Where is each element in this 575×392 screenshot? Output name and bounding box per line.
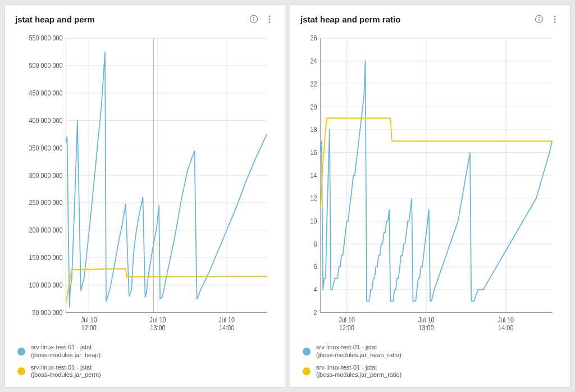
svg-text:Jul 10: Jul 10 bbox=[218, 316, 235, 323]
legend-swatch bbox=[303, 367, 311, 375]
svg-point-5 bbox=[269, 21, 271, 23]
svg-point-45 bbox=[554, 21, 556, 23]
panel-heap-perm: jstat heap and perm 50 000 000100 000 00… bbox=[4, 4, 285, 388]
panel-header: jstat heap and perm ratio bbox=[300, 14, 560, 24]
svg-text:150 000 000: 150 000 000 bbox=[29, 254, 62, 262]
more-icon[interactable] bbox=[264, 14, 275, 24]
legend-swatch bbox=[17, 348, 25, 355]
legend-swatch bbox=[303, 348, 311, 355]
svg-text:10: 10 bbox=[310, 218, 317, 225]
legend-item-heap-ratio[interactable]: srv-linux-test-01 - jstat (jboss-modules… bbox=[303, 344, 560, 359]
chart-area[interactable]: 2468101214161820222426Jul 1012:00Jul 101… bbox=[300, 30, 560, 339]
legend-label: srv-linux-test-01 - jstat (jboss-modules… bbox=[316, 364, 401, 380]
svg-text:300 000 000: 300 000 000 bbox=[29, 172, 62, 179]
panel-title: jstat heap and perm ratio bbox=[300, 15, 400, 24]
legend-item-perm[interactable]: srv-linux-test-01 - jstat (jboss-modules… bbox=[17, 364, 275, 380]
svg-text:200 000 000: 200 000 000 bbox=[29, 227, 62, 234]
more-icon[interactable] bbox=[550, 14, 560, 24]
svg-text:12:00: 12:00 bbox=[81, 324, 97, 331]
svg-text:400 000 000: 400 000 000 bbox=[29, 117, 62, 124]
svg-text:Jul 10: Jul 10 bbox=[150, 316, 166, 323]
legend-label: srv-linux-test-01 - jstat (jboss-modules… bbox=[31, 364, 101, 380]
svg-text:14:00: 14:00 bbox=[219, 324, 234, 331]
svg-text:Jul 10: Jul 10 bbox=[498, 316, 514, 323]
svg-text:26: 26 bbox=[310, 35, 317, 42]
legend-label: srv-linux-test-01 - jstat (jboss-modules… bbox=[316, 344, 401, 359]
svg-text:13:00: 13:00 bbox=[150, 324, 165, 331]
svg-text:22: 22 bbox=[310, 80, 317, 88]
svg-text:Jul 10: Jul 10 bbox=[418, 316, 435, 323]
dashboard: jstat heap and perm 50 000 000100 000 00… bbox=[4, 4, 571, 388]
svg-text:450 000 000: 450 000 000 bbox=[29, 90, 62, 97]
svg-text:12: 12 bbox=[310, 195, 317, 202]
svg-text:18: 18 bbox=[310, 126, 317, 134]
svg-text:12:00: 12:00 bbox=[339, 324, 354, 331]
svg-text:8: 8 bbox=[313, 240, 317, 248]
svg-text:100 000 000: 100 000 000 bbox=[29, 281, 62, 289]
svg-rect-2 bbox=[253, 19, 254, 21]
panel-heap-perm-ratio: jstat heap and perm ratio 24681012141618… bbox=[290, 4, 571, 388]
panel-actions bbox=[249, 14, 275, 24]
svg-text:20: 20 bbox=[310, 103, 317, 111]
svg-text:Jul 10: Jul 10 bbox=[81, 316, 97, 323]
legend: srv-linux-test-01 - jstat (jboss-modules… bbox=[300, 344, 560, 379]
svg-point-43 bbox=[554, 16, 556, 17]
panel-header: jstat heap and perm bbox=[15, 14, 275, 24]
svg-point-4 bbox=[269, 19, 271, 20]
legend-item-heap[interactable]: srv-linux-test-01 - jstat (jboss-modules… bbox=[17, 344, 275, 359]
svg-text:500 000 000: 500 000 000 bbox=[29, 62, 62, 70]
panel-title: jstat heap and perm bbox=[15, 15, 95, 24]
svg-text:50 000 000: 50 000 000 bbox=[32, 309, 62, 316]
legend-item-perm-ratio[interactable]: srv-linux-test-01 - jstat (jboss-modules… bbox=[303, 364, 560, 380]
svg-rect-42 bbox=[539, 19, 539, 21]
svg-text:250 000 000: 250 000 000 bbox=[29, 199, 62, 207]
panel-actions bbox=[534, 14, 560, 24]
svg-text:350 000 000: 350 000 000 bbox=[29, 144, 62, 152]
legend-swatch bbox=[17, 367, 25, 375]
svg-text:13:00: 13:00 bbox=[419, 324, 434, 331]
svg-point-44 bbox=[554, 19, 556, 20]
legend: srv-linux-test-01 - jstat (jboss-modules… bbox=[15, 344, 275, 379]
chart-area[interactable]: 50 000 000100 000 000150 000 000200 000 … bbox=[15, 30, 275, 339]
info-icon[interactable] bbox=[534, 14, 544, 24]
svg-text:14: 14 bbox=[310, 172, 317, 179]
svg-text:550 000 000: 550 000 000 bbox=[29, 35, 62, 42]
svg-text:16: 16 bbox=[310, 149, 317, 156]
legend-label: srv-linux-test-01 - jstat (jboss-modules… bbox=[31, 344, 101, 359]
svg-text:6: 6 bbox=[313, 263, 317, 271]
svg-point-3 bbox=[269, 16, 271, 17]
svg-point-41 bbox=[539, 17, 540, 18]
svg-text:2: 2 bbox=[313, 309, 317, 316]
svg-text:4: 4 bbox=[313, 286, 317, 294]
svg-point-1 bbox=[253, 17, 254, 18]
info-icon[interactable] bbox=[249, 14, 259, 24]
svg-text:24: 24 bbox=[310, 58, 317, 65]
svg-text:14:00: 14:00 bbox=[498, 324, 513, 331]
svg-text:Jul 10: Jul 10 bbox=[339, 316, 355, 323]
